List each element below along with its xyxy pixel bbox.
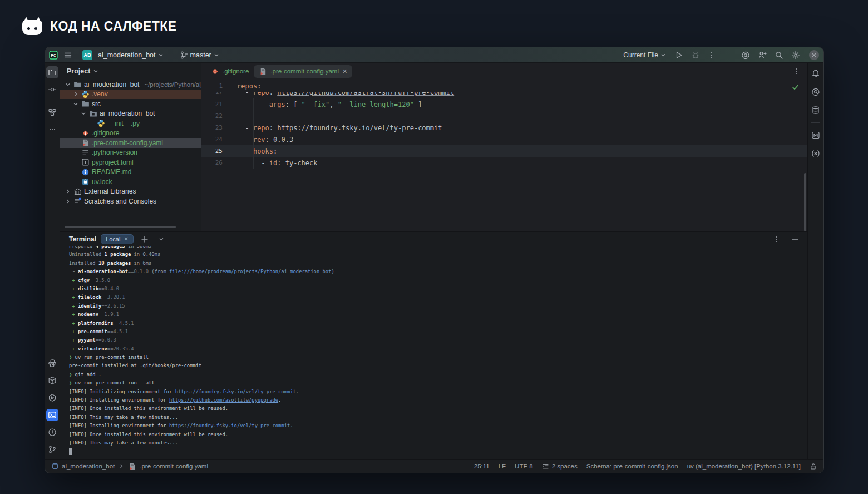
python-packages-tool-button[interactable] <box>46 374 58 387</box>
close-icon[interactable]: ✕ <box>124 236 128 242</box>
chevron-down-icon[interactable] <box>65 81 71 88</box>
tree-item-pyproject-toml[interactable]: pyproject.toml <box>60 157 201 167</box>
terminal-tool-button[interactable] <box>46 409 58 421</box>
editor-scrollbar[interactable] <box>804 173 806 231</box>
editor-tab-pre-commit-config-yaml[interactable]: .pre-commit-config.yaml✕ <box>254 65 352 78</box>
database-tool-button[interactable] <box>810 104 822 116</box>
code-line-17[interactable]: 17 - repo: https://github.com/astral-sh/… <box>201 92 807 98</box>
code-area[interactable]: 1repos: 17 - repo: https://github.com/as… <box>201 80 807 231</box>
chevron-down-icon[interactable] <box>72 101 79 107</box>
main-menu-button[interactable] <box>61 49 75 61</box>
tree-item-gitignore[interactable]: .gitignore <box>60 129 201 139</box>
chevron-right-icon[interactable] <box>65 198 71 205</box>
terminal-output[interactable]: Prepared 4 packages in 386msUninstalled … <box>60 246 807 460</box>
code-with-me-button[interactable] <box>756 49 769 61</box>
m-plugin-tool-button[interactable] <box>810 129 822 141</box>
sticky-lines: 1repos: 17 - repo: https://github.com/as… <box>201 80 807 98</box>
tree-item-venv[interactable]: .venv <box>60 90 201 100</box>
close-icon[interactable]: ✕ <box>342 68 347 75</box>
more-tools-button[interactable] <box>46 124 58 136</box>
variables-tool-button[interactable] <box>810 147 822 160</box>
caret-position[interactable]: 25:11 <box>474 463 490 470</box>
commit-tool-button[interactable] <box>46 83 58 96</box>
readonly-toggle[interactable] <box>810 463 817 470</box>
code-line-23[interactable]: 23 - repo: https://foundry.fsky.io/vel/t… <box>201 122 807 134</box>
settings-button[interactable] <box>789 49 802 61</box>
packages-icon <box>48 376 57 385</box>
bell-icon <box>811 69 820 78</box>
code-line-26[interactable]: 26 - id: ty-check <box>201 157 807 169</box>
add-user-icon <box>758 51 767 60</box>
project-tool-button[interactable] <box>46 66 58 78</box>
structure-tool-button[interactable] <box>46 106 58 118</box>
terminal-line <box>69 447 807 456</box>
line-number: 17 <box>201 92 223 96</box>
uvlock-icon <box>81 177 90 186</box>
horizontal-scrollbar[interactable] <box>65 226 176 228</box>
project-panel: Project ai_moderation_bot~/projects/Pyth… <box>60 63 201 231</box>
tree-item-readme-md[interactable]: README.md <box>60 167 201 177</box>
tree-item-src[interactable]: src <box>60 99 201 109</box>
code-line-24[interactable]: 24 rev: 0.0.3 <box>201 134 807 145</box>
line-number: 25 <box>201 147 223 155</box>
schema-selector[interactable]: Schema: pre-commit-config.json <box>586 463 678 470</box>
tree-item-label: uv.lock <box>92 178 112 186</box>
tree-item-pre-commit-config-yaml[interactable]: .pre-commit-config.yaml <box>60 138 201 148</box>
run-button[interactable] <box>672 49 685 61</box>
code-line-22[interactable]: 22 <box>201 110 807 122</box>
ai-chat-tool-button[interactable] <box>810 86 822 98</box>
version-control-tool-button[interactable] <box>46 443 58 456</box>
chevron-right-icon[interactable] <box>65 188 71 195</box>
project-folder-icon <box>48 68 57 77</box>
terminal-line: + cfgv==3.5.0 <box>69 276 807 285</box>
code-text: args: [ "--fix", "--line-length=120" ] <box>223 101 422 108</box>
terminal-line: Installed 10 packages in 6ms <box>69 259 807 268</box>
python-console-tool-button[interactable] <box>46 357 58 369</box>
chevron-right-icon[interactable] <box>72 91 79 97</box>
tree-item-scratches-and-consoles[interactable]: Scratches and Consoles <box>60 196 201 206</box>
tab-options-button[interactable] <box>791 66 803 77</box>
ai-assistant-icon <box>811 87 820 96</box>
run-config-label: Current File <box>623 51 658 59</box>
problems-tool-button[interactable] <box>46 426 58 438</box>
breadcrumb[interactable]: ai_moderation_bot .pre-commit-config.yam… <box>52 462 208 471</box>
project-panel-title: Project <box>67 67 90 75</box>
window-close-button[interactable] <box>809 50 819 60</box>
tree-item-uv-lock[interactable]: uv.lock <box>60 177 201 187</box>
tree-item-ai-moderation-bot[interactable]: ai_moderation_bot <box>60 109 201 119</box>
inspection-ok-icon[interactable] <box>791 83 800 91</box>
terminal-line: + nodeenv==1.9.1 <box>69 310 807 319</box>
tree-item-python-version[interactable]: .python-version <box>60 148 201 158</box>
code-line-25[interactable]: 25 hooks: <box>201 145 807 157</box>
encoding-selector[interactable]: UTF-8 <box>515 463 533 470</box>
debug-button[interactable] <box>689 49 702 61</box>
code-line-1[interactable]: 1repos: <box>201 80 807 92</box>
ai-assistant-button[interactable] <box>739 49 752 61</box>
terminal-tab-local[interactable]: Local ✕ <box>101 234 134 244</box>
branch-button[interactable]: master <box>177 49 222 61</box>
toml-icon <box>81 158 90 166</box>
run-config-selector[interactable]: Current File <box>621 50 669 61</box>
chevron-down-icon[interactable] <box>92 68 99 75</box>
project-switcher[interactable]: ai_moderation_bot <box>96 50 166 61</box>
tree-item-label: ai_moderation_bot <box>84 81 139 88</box>
tree-item-external-libraries[interactable]: External Libraries <box>60 187 201 197</box>
notifications-tool-button[interactable] <box>810 67 822 80</box>
interpreter-selector[interactable]: uv (ai_moderation_bot) [Python 3.12.11] <box>687 463 801 470</box>
code-line-21[interactable]: 21 args: [ "--fix", "--line-length=120" … <box>201 98 807 110</box>
services-tool-button[interactable] <box>46 392 58 404</box>
more-run-actions-button[interactable] <box>706 50 718 61</box>
editor: .gitignore.pre-commit-config.yaml✕ 1repo… <box>201 63 807 231</box>
code-text: - repo: https://github.com/astral-sh/ruf… <box>223 92 454 96</box>
indent-selector[interactable]: 2 spaces <box>542 463 578 470</box>
line-ending-selector[interactable]: LF <box>499 463 506 470</box>
terminal-options-button[interactable] <box>771 234 783 245</box>
new-terminal-button[interactable] <box>138 233 151 245</box>
tree-item-init-py[interactable]: __init__.py <box>60 118 201 129</box>
terminal-dropdown-button[interactable] <box>156 234 167 244</box>
minimize-tool-window-button[interactable] <box>788 233 802 245</box>
tree-item-ai-moderation-bot[interactable]: ai_moderation_bot~/projects/Python/ai_mo… <box>60 80 201 90</box>
chevron-down-icon[interactable] <box>80 110 87 117</box>
editor-tab-gitignore[interactable]: .gitignore <box>206 65 254 78</box>
search-everywhere-button[interactable] <box>772 49 786 61</box>
